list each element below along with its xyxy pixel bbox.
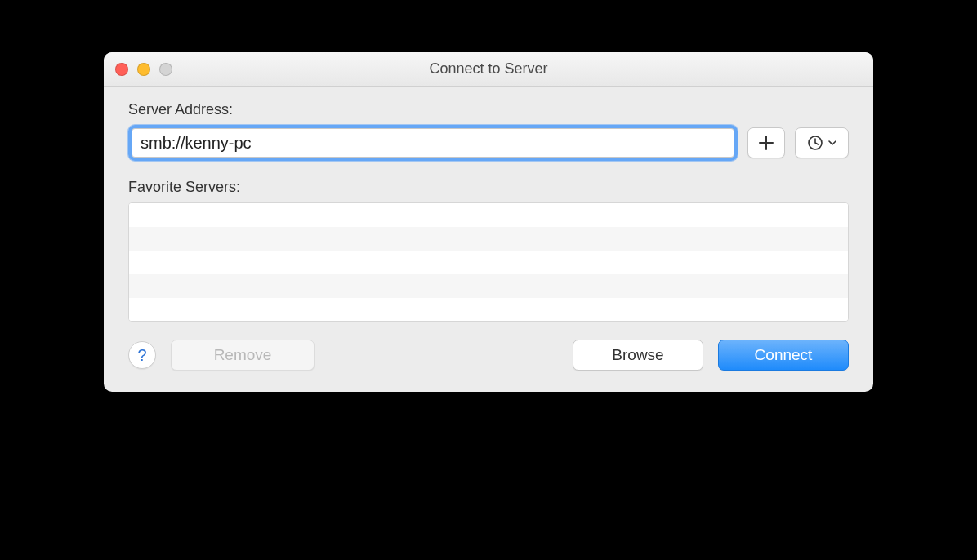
focus-ring (128, 125, 738, 161)
help-icon: ? (137, 346, 146, 365)
add-favorite-button[interactable] (747, 127, 785, 158)
server-address-input[interactable] (132, 128, 734, 158)
close-icon[interactable] (115, 63, 128, 76)
titlebar: Connect to Server (104, 52, 873, 87)
favorite-servers-label: Favorite Servers: (128, 179, 849, 196)
dialog-content: Server Address: (104, 87, 873, 392)
server-address-label: Server Address: (128, 101, 849, 118)
minimize-icon[interactable] (137, 63, 150, 76)
browse-button[interactable]: Browse (573, 340, 703, 371)
chevron-down-icon (828, 138, 837, 148)
clock-icon (807, 135, 823, 151)
remove-button: Remove (171, 340, 315, 371)
list-item (129, 251, 848, 274)
connect-button[interactable]: Connect (718, 340, 849, 371)
list-item (129, 203, 848, 227)
help-button[interactable]: ? (128, 341, 156, 369)
footer: ? Remove Browse Connect (128, 340, 849, 371)
list-item (129, 298, 848, 322)
list-item (129, 227, 848, 251)
connect-to-server-window: Connect to Server Server Address: (104, 52, 873, 392)
window-title: Connect to Server (429, 60, 547, 78)
address-row (128, 125, 849, 161)
plus-icon (758, 135, 774, 151)
list-item (129, 274, 848, 298)
history-button[interactable] (795, 127, 849, 158)
window-controls (115, 63, 172, 76)
favorite-servers-list[interactable] (128, 202, 849, 322)
zoom-icon (159, 63, 172, 76)
